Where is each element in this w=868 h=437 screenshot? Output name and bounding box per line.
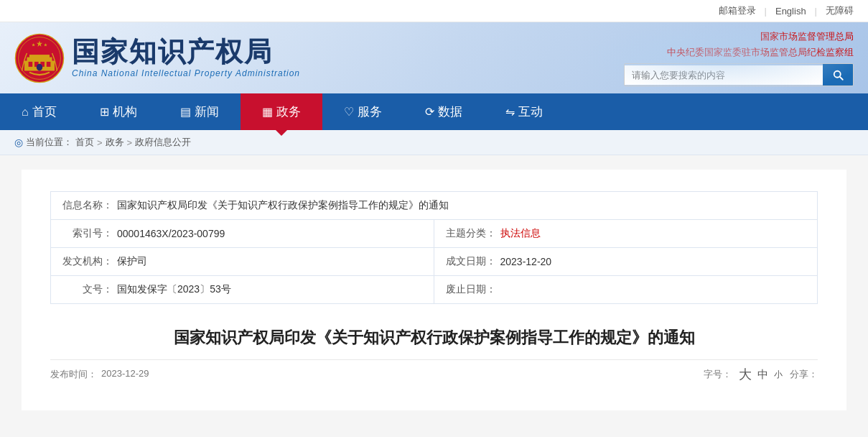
org-icon: ⊞	[100, 105, 109, 119]
info-issuer-label: 发文机构：	[62, 255, 113, 268]
nav-service[interactable]: ♡ 服务	[322, 93, 403, 130]
info-row-docnum: 文号： 国知发保字〔2023〕53号 废止日期：	[51, 276, 817, 303]
search-input[interactable]	[625, 65, 823, 85]
font-large-button[interactable]: 大	[739, 366, 752, 383]
market-supervision-link[interactable]: 国家市场监督管理总局	[760, 29, 854, 44]
info-name-value: 国家知识产权局印发《关于知识产权行政保护案例指导工作的规定》的通知	[117, 199, 449, 212]
info-category-value: 执法信息	[500, 227, 541, 240]
info-docnum-value: 国知发保字〔2023〕53号	[117, 283, 231, 296]
info-table: 信息名称： 国家知识产权局印发《关于知识产权行政保护案例指导工作的规定》的通知 …	[50, 191, 818, 304]
nav-news[interactable]: ▤ 新闻	[159, 93, 241, 130]
gov-icon: ▦	[262, 105, 273, 119]
breadcrumb-sep2: >	[127, 137, 133, 148]
discipline-inspection-link[interactable]: 中央纪委国家监委驻市场监管总局纪检监察组	[667, 45, 854, 60]
publish-date: 2023-12-29	[101, 368, 149, 381]
nav-home[interactable]: ⌂ 首页	[0, 93, 78, 130]
breadcrumb: ◎ 当前位置： 首页 > 政务 > 政府信息公开	[0, 130, 868, 155]
svg-point-9	[37, 63, 42, 70]
svg-rect-4	[29, 55, 50, 59]
nav-org-label: 机构	[113, 104, 137, 120]
info-cell-expire: 废止日期：	[434, 276, 818, 303]
info-name-label: 信息名称：	[62, 199, 113, 212]
info-category-label: 主题分类：	[446, 227, 496, 240]
article-meta-left: 发布时间： 2023-12-29	[50, 368, 149, 381]
font-small-button[interactable]: 小	[774, 369, 783, 381]
logo-chinese: 国家知识产权局	[72, 37, 300, 68]
header-links: 国家市场监督管理总局 中央纪委国家监委驻市场监管总局纪检监察组	[667, 29, 854, 59]
main-content: 信息名称： 国家知识产权局印发《关于知识产权行政保护案例指导工作的规定》的通知 …	[22, 170, 846, 410]
info-cell-name: 信息名称： 国家知识产权局印发《关于知识产权行政保护案例指导工作的规定》的通知	[51, 192, 817, 219]
logo-area: 国家知识产权局 China National Intellectual Prop…	[14, 33, 300, 83]
service-icon: ♡	[344, 105, 354, 119]
breadcrumb-home[interactable]: 首页	[75, 136, 94, 149]
nav-service-label: 服务	[358, 104, 382, 120]
share-label: 分享：	[790, 368, 818, 381]
divider1: |	[765, 6, 767, 17]
svg-rect-5	[29, 61, 33, 66]
font-label: 字号：	[704, 368, 732, 381]
font-medium-button[interactable]: 中	[757, 368, 768, 382]
national-emblem-icon	[14, 33, 65, 83]
info-docnum-label: 文号：	[62, 283, 113, 296]
info-row-issuer: 发文机构： 保护司 成文日期： 2023-12-20	[51, 248, 817, 276]
interact-icon: ⇋	[505, 105, 515, 119]
data-icon: ⟳	[425, 105, 434, 119]
info-issuer-value: 保护司	[117, 255, 147, 268]
font-size-controls: 大 中 小	[739, 366, 783, 383]
accessibility-link[interactable]: 无障碍	[826, 4, 854, 17]
logo-english: China National Intellectual Property Adm…	[72, 68, 300, 78]
info-expire-label: 废止日期：	[446, 283, 496, 296]
nav-data[interactable]: ⟳ 数据	[403, 93, 484, 130]
article-meta: 发布时间： 2023-12-29 字号： 大 中 小 分享：	[50, 359, 818, 389]
info-date-label: 成文日期：	[446, 255, 496, 268]
main-nav: ⌂ 首页 ⊞ 机构 ▤ 新闻 ▦ 政务 ♡ 服务 ⟳ 数据 ⇋ 互动	[0, 93, 868, 130]
logo-text: 国家知识产权局 China National Intellectual Prop…	[72, 37, 300, 79]
info-cell-index: 索引号： 00001463X/2023-00799	[51, 220, 434, 247]
info-cell-category: 主题分类： 执法信息	[434, 220, 818, 247]
nav-data-label: 数据	[438, 104, 462, 120]
nav-interact[interactable]: ⇋ 互动	[484, 93, 564, 130]
english-link[interactable]: English	[775, 6, 806, 17]
article-title: 国家知识产权局印发《关于知识产权行政保护案例指导工作的规定》的通知	[50, 326, 818, 349]
article-meta-right: 字号： 大 中 小 分享：	[704, 366, 818, 383]
info-row-index: 索引号： 00001463X/2023-00799 主题分类： 执法信息	[51, 220, 817, 248]
info-date-value: 2023-12-20	[500, 256, 552, 267]
breadcrumb-sep1: >	[97, 137, 103, 148]
info-index-value: 00001463X/2023-00799	[117, 228, 225, 239]
location-icon: ◎	[14, 137, 23, 148]
breadcrumb-info[interactable]: 政府信息公开	[135, 136, 191, 149]
header-right: 国家市场监督管理总局 中央纪委国家监委驻市场监管总局纪检监察组	[624, 29, 854, 86]
top-bar: 邮箱登录 | English | 无障碍	[0, 0, 868, 22]
divider2: |	[815, 6, 817, 17]
header: 国家知识产权局 China National Intellectual Prop…	[0, 22, 868, 93]
nav-gov[interactable]: ▦ 政务	[241, 93, 322, 130]
search-button[interactable]	[823, 64, 853, 86]
nav-org[interactable]: ⊞ 机构	[78, 93, 159, 130]
publish-label: 发布时间：	[50, 368, 97, 381]
info-index-label: 索引号：	[62, 227, 113, 240]
svg-rect-8	[47, 61, 51, 66]
news-icon: ▤	[180, 105, 191, 119]
breadcrumb-label: 当前位置：	[26, 136, 73, 149]
info-cell-date: 成文日期： 2023-12-20	[434, 248, 818, 275]
info-cell-docnum: 文号： 国知发保字〔2023〕53号	[51, 276, 434, 303]
home-icon: ⌂	[22, 106, 29, 119]
breadcrumb-gov[interactable]: 政务	[106, 136, 124, 149]
nav-news-label: 新闻	[195, 104, 219, 120]
nav-gov-label: 政务	[276, 104, 301, 120]
nav-home-label: 首页	[32, 104, 57, 120]
info-cell-issuer: 发文机构： 保护司	[51, 248, 434, 275]
search-bar	[624, 63, 854, 86]
mail-login-link[interactable]: 邮箱登录	[719, 4, 756, 17]
info-row-name: 信息名称： 国家知识产权局印发《关于知识产权行政保护案例指导工作的规定》的通知	[51, 192, 817, 220]
nav-interact-label: 互动	[518, 104, 543, 120]
search-icon	[831, 68, 844, 81]
